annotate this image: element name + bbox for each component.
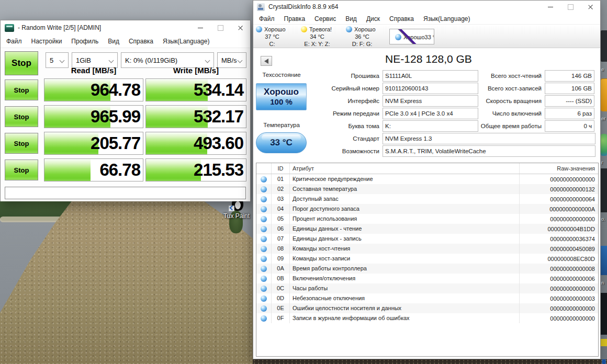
field-label: Стандарт — [299, 135, 383, 142]
benchmark-titlebar[interactable]: - Random Write [2/5] [ADMIN] — [1, 20, 250, 35]
table-row[interactable]: 09Команды хост-записи000000008EC80D — [256, 254, 598, 264]
drive-tab-k[interactable]: Хорошо33 °CK: — [389, 29, 434, 44]
menu-item-7[interactable]: Язык(Language) — [419, 15, 475, 22]
folder-icon-fragment — [601, 78, 607, 111]
wallpaper-bottom-strip — [253, 359, 607, 364]
drive-temperature: 37 °C — [254, 33, 299, 40]
drive-letters: D: F: G: — [344, 40, 389, 48]
attribute-raw-value: 0000000004B1DD — [520, 226, 598, 232]
table-row[interactable]: 0DНебезопасные отключения00000000000003 — [256, 293, 598, 303]
drive-tab-dfg[interactable]: Хорошо36 °CD: F: G: — [344, 25, 389, 48]
desktop-icon-fragment — [601, 339, 607, 346]
write-value: 493.60 — [194, 133, 243, 153]
close-button[interactable] — [230, 20, 250, 35]
row-stop-button[interactable]: Stop — [5, 106, 38, 127]
stop-all-button[interactable]: Stop — [5, 51, 38, 75]
drive-temperature: 33 °C — [425, 33, 434, 41]
field-value: K: — [383, 120, 478, 132]
menu-item-2[interactable]: Настройки — [27, 38, 67, 45]
attribute-raw-value: 000000008EC80D — [520, 256, 598, 262]
good-status-dot-icon — [346, 26, 352, 32]
table-row[interactable]: 06Единицы данных - чтение0000000004B1DD — [256, 224, 598, 234]
menu-item-4[interactable]: Вид — [103, 38, 124, 45]
benchmark-read-cell: 66.78 — [44, 158, 143, 181]
row-stop-button[interactable]: Stop — [5, 160, 38, 180]
field-row-прошивка: ПрошивкаS1111A0L — [299, 70, 478, 82]
comment-input[interactable] — [5, 187, 246, 199]
close-icon — [238, 25, 243, 31]
maximize-button[interactable] — [210, 20, 230, 35]
attribute-name: Включения/отключения — [290, 274, 520, 283]
menu-item-5[interactable]: Справка — [124, 38, 158, 45]
table-row[interactable]: 08Команды хост-чтения00000000450089 — [256, 244, 598, 254]
field-row-режим-передачи: Режим передачиPCIe 3.0 x4 | PCIe 3.0 x4 — [299, 108, 478, 119]
desktop-icon-fragment — [601, 168, 607, 212]
write-bar-fill — [146, 159, 201, 181]
attribute-raw-value: 00000000000008 — [520, 266, 598, 272]
attribute-name: Записи в журнале информации об ошибках — [290, 313, 520, 323]
table-row[interactable]: 03Доступный запас00000000000064 — [256, 194, 598, 204]
minimize-button[interactable] — [190, 20, 210, 35]
field-row-возможности: ВозможностиS.M.A.R.T., TRIM, VolatileWri… — [299, 145, 595, 157]
desktop-icon-fragment — [602, 359, 606, 364]
attribute-name: Процент использования — [290, 214, 520, 224]
attribute-id: 09 — [272, 254, 290, 264]
row-stop-button[interactable]: Stop — [5, 133, 38, 154]
drive-temperature: 36 °C — [344, 33, 389, 40]
maximize-button[interactable] — [560, 1, 580, 13]
field-value: S1111A0L — [383, 70, 478, 82]
drive-tab-exyz[interactable]: Тревога!34 °CE: X: Y: Z: — [299, 25, 344, 48]
menu-item-4[interactable]: Вид — [341, 15, 362, 22]
good-status-dot-icon — [261, 286, 267, 292]
table-row[interactable]: 07Единицы данных - запись00000000036374 — [256, 234, 598, 244]
table-row[interactable]: 0FЗаписи в журнале информации об ошибках… — [256, 313, 598, 323]
menu-item-3[interactable]: Сервис — [310, 15, 341, 22]
attribute-id: 0F — [272, 313, 290, 323]
attribute-raw-value: 00000000000000 — [520, 315, 598, 322]
menu-item-1[interactable]: Файл — [2, 38, 27, 45]
attribute-name: Команды хост-записи — [290, 254, 520, 264]
close-button[interactable] — [580, 1, 600, 13]
icon-label-fragment: o. — [601, 217, 605, 222]
attribute-raw-value: 00000000000000 — [520, 305, 598, 312]
previous-drive-button[interactable] — [261, 56, 272, 66]
attribute-id: 02 — [272, 184, 290, 194]
attribute-name: Составная температура — [290, 184, 520, 194]
table-row[interactable]: 0AВремя работы контроллера00000000000008 — [256, 264, 598, 274]
table-row[interactable]: 0EОшибки целостности носителя и данных00… — [256, 303, 598, 313]
menu-item-3[interactable]: Профиль — [66, 38, 103, 45]
benchmark-window-title: - Random Write [2/5] [ADMIN] — [18, 24, 101, 31]
row-stop-button[interactable]: Stop — [5, 79, 38, 100]
close-icon — [588, 4, 593, 10]
minimize-button[interactable] — [541, 1, 560, 13]
menu-item-1[interactable]: Файл — [254, 15, 279, 22]
benchmark-read-cell: 205.77 — [44, 132, 143, 155]
minimize-icon — [548, 7, 553, 7]
field-label: Режим передачи — [299, 110, 383, 117]
good-status-dot-icon — [261, 206, 267, 212]
menu-item-2[interactable]: Правка — [279, 15, 310, 22]
drive-tab-c[interactable]: Хорошо37 °CC: — [254, 25, 299, 48]
field-label: Прошивка — [299, 73, 383, 79]
table-row[interactable]: 0BВключения/отключения00000000000006 — [256, 274, 598, 283]
table-row[interactable]: 02Составная температура00000000000132 — [256, 184, 598, 194]
icon-label-fragment: er — [601, 116, 605, 121]
field-value: 9101120600143 — [383, 83, 478, 94]
good-status-dot-icon — [261, 295, 267, 302]
diskinfo-titlebar[interactable]: CrystalDiskInfo 8.8.9 x64 — [253, 1, 600, 13]
table-row[interactable]: 05Процент использования00000000000000 — [256, 214, 598, 224]
benchmark-write-cell: 534.14 — [145, 78, 246, 101]
attribute-id: 08 — [272, 244, 290, 254]
temperature-value: 33 °C — [270, 138, 293, 148]
table-row[interactable]: 0CЧасы работы00000000000000 — [256, 283, 598, 293]
menu-item-5[interactable]: Диск — [362, 15, 385, 22]
menu-item-6[interactable]: Язык(Language) — [158, 38, 214, 45]
menu-item-6[interactable]: Справка — [385, 15, 419, 22]
attribute-name: Порог доступного запаса — [290, 204, 520, 214]
field-row-всего-хост-чтений: Всего хост-чтений146 GB — [466, 70, 594, 82]
table-row[interactable]: 04Порог доступного запаса0000000000000A — [256, 204, 598, 214]
field-value: 146 GB — [545, 70, 594, 82]
read-value: 205.77 — [91, 133, 140, 153]
table-row[interactable]: 01Критическое предупреждение000000000000… — [256, 174, 598, 184]
icon-label-fragment: e — [601, 67, 604, 72]
